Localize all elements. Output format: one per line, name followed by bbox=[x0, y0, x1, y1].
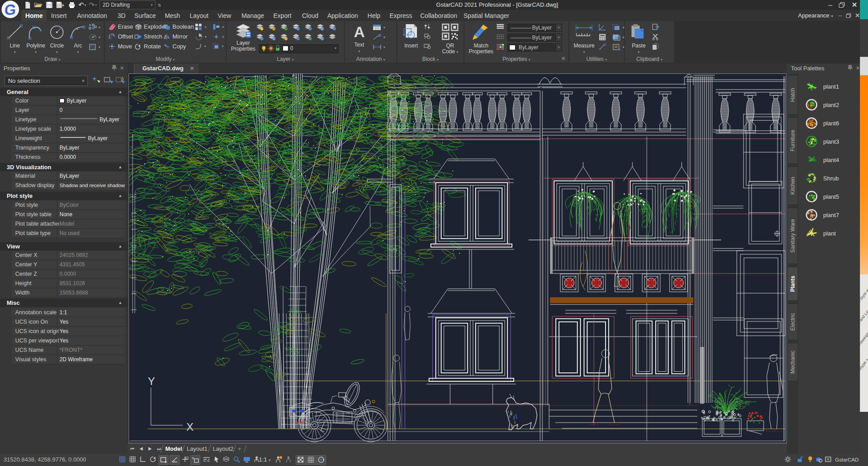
svg-text:X: X bbox=[186, 421, 193, 433]
svg-text:G: G bbox=[4, 1, 17, 18]
svg-text:A: A bbox=[354, 23, 365, 40]
svg-text:Y: Y bbox=[148, 375, 155, 387]
